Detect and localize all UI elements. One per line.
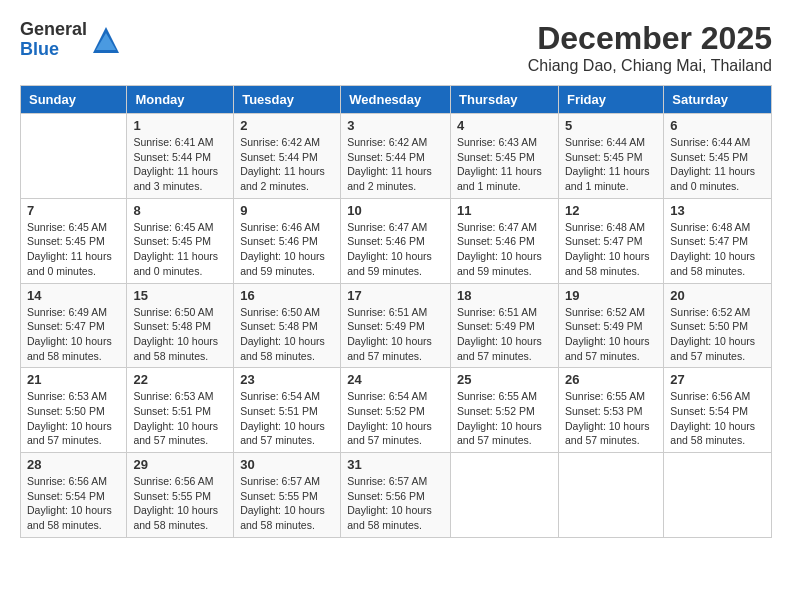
cell-content: Sunrise: 6:42 AMSunset: 5:44 PMDaylight:… xyxy=(240,135,334,194)
calendar-cell: 20Sunrise: 6:52 AMSunset: 5:50 PMDayligh… xyxy=(664,283,772,368)
day-number: 17 xyxy=(347,288,444,303)
day-number: 4 xyxy=(457,118,552,133)
logo-general: General xyxy=(20,20,87,40)
calendar-cell: 15Sunrise: 6:50 AMSunset: 5:48 PMDayligh… xyxy=(127,283,234,368)
cell-content: Sunrise: 6:47 AMSunset: 5:46 PMDaylight:… xyxy=(457,220,552,279)
calendar-cell: 17Sunrise: 6:51 AMSunset: 5:49 PMDayligh… xyxy=(341,283,451,368)
calendar-cell xyxy=(558,453,663,538)
calendar-cell: 24Sunrise: 6:54 AMSunset: 5:52 PMDayligh… xyxy=(341,368,451,453)
cell-content: Sunrise: 6:53 AMSunset: 5:50 PMDaylight:… xyxy=(27,389,120,448)
cell-content: Sunrise: 6:41 AMSunset: 5:44 PMDaylight:… xyxy=(133,135,227,194)
cell-content: Sunrise: 6:57 AMSunset: 5:55 PMDaylight:… xyxy=(240,474,334,533)
day-number: 3 xyxy=(347,118,444,133)
day-header-thursday: Thursday xyxy=(451,86,559,114)
cell-content: Sunrise: 6:52 AMSunset: 5:49 PMDaylight:… xyxy=(565,305,657,364)
cell-content: Sunrise: 6:56 AMSunset: 5:54 PMDaylight:… xyxy=(670,389,765,448)
cell-content: Sunrise: 6:56 AMSunset: 5:54 PMDaylight:… xyxy=(27,474,120,533)
calendar-cell: 25Sunrise: 6:55 AMSunset: 5:52 PMDayligh… xyxy=(451,368,559,453)
day-number: 15 xyxy=(133,288,227,303)
cell-content: Sunrise: 6:57 AMSunset: 5:56 PMDaylight:… xyxy=(347,474,444,533)
week-row-1: 1Sunrise: 6:41 AMSunset: 5:44 PMDaylight… xyxy=(21,114,772,199)
week-row-5: 28Sunrise: 6:56 AMSunset: 5:54 PMDayligh… xyxy=(21,453,772,538)
calendar-cell xyxy=(21,114,127,199)
day-number: 24 xyxy=(347,372,444,387)
calendar-cell: 31Sunrise: 6:57 AMSunset: 5:56 PMDayligh… xyxy=(341,453,451,538)
cell-content: Sunrise: 6:50 AMSunset: 5:48 PMDaylight:… xyxy=(240,305,334,364)
cell-content: Sunrise: 6:49 AMSunset: 5:47 PMDaylight:… xyxy=(27,305,120,364)
day-number: 8 xyxy=(133,203,227,218)
month-title: December 2025 xyxy=(528,20,772,57)
day-header-saturday: Saturday xyxy=(664,86,772,114)
logo-blue: Blue xyxy=(20,40,87,60)
day-number: 19 xyxy=(565,288,657,303)
calendar-cell: 2Sunrise: 6:42 AMSunset: 5:44 PMDaylight… xyxy=(234,114,341,199)
cell-content: Sunrise: 6:43 AMSunset: 5:45 PMDaylight:… xyxy=(457,135,552,194)
week-row-3: 14Sunrise: 6:49 AMSunset: 5:47 PMDayligh… xyxy=(21,283,772,368)
calendar-cell: 11Sunrise: 6:47 AMSunset: 5:46 PMDayligh… xyxy=(451,198,559,283)
calendar-cell: 21Sunrise: 6:53 AMSunset: 5:50 PMDayligh… xyxy=(21,368,127,453)
day-number: 30 xyxy=(240,457,334,472)
calendar-cell: 30Sunrise: 6:57 AMSunset: 5:55 PMDayligh… xyxy=(234,453,341,538)
cell-content: Sunrise: 6:44 AMSunset: 5:45 PMDaylight:… xyxy=(670,135,765,194)
day-header-friday: Friday xyxy=(558,86,663,114)
day-number: 13 xyxy=(670,203,765,218)
day-number: 9 xyxy=(240,203,334,218)
day-number: 5 xyxy=(565,118,657,133)
title-block: December 2025 Chiang Dao, Chiang Mai, Th… xyxy=(528,20,772,75)
location-title: Chiang Dao, Chiang Mai, Thailand xyxy=(528,57,772,75)
day-number: 16 xyxy=(240,288,334,303)
calendar-cell xyxy=(664,453,772,538)
day-number: 23 xyxy=(240,372,334,387)
day-number: 20 xyxy=(670,288,765,303)
day-number: 2 xyxy=(240,118,334,133)
calendar-cell xyxy=(451,453,559,538)
day-number: 27 xyxy=(670,372,765,387)
day-header-monday: Monday xyxy=(127,86,234,114)
cell-content: Sunrise: 6:42 AMSunset: 5:44 PMDaylight:… xyxy=(347,135,444,194)
calendar-cell: 9Sunrise: 6:46 AMSunset: 5:46 PMDaylight… xyxy=(234,198,341,283)
calendar-cell: 13Sunrise: 6:48 AMSunset: 5:47 PMDayligh… xyxy=(664,198,772,283)
cell-content: Sunrise: 6:45 AMSunset: 5:45 PMDaylight:… xyxy=(133,220,227,279)
logo-icon xyxy=(91,25,121,55)
calendar-cell: 4Sunrise: 6:43 AMSunset: 5:45 PMDaylight… xyxy=(451,114,559,199)
day-number: 1 xyxy=(133,118,227,133)
cell-content: Sunrise: 6:48 AMSunset: 5:47 PMDaylight:… xyxy=(565,220,657,279)
logo: General Blue xyxy=(20,20,121,60)
day-number: 10 xyxy=(347,203,444,218)
day-number: 22 xyxy=(133,372,227,387)
calendar-cell: 1Sunrise: 6:41 AMSunset: 5:44 PMDaylight… xyxy=(127,114,234,199)
calendar-cell: 7Sunrise: 6:45 AMSunset: 5:45 PMDaylight… xyxy=(21,198,127,283)
day-number: 26 xyxy=(565,372,657,387)
calendar-cell: 12Sunrise: 6:48 AMSunset: 5:47 PMDayligh… xyxy=(558,198,663,283)
calendar-cell: 16Sunrise: 6:50 AMSunset: 5:48 PMDayligh… xyxy=(234,283,341,368)
cell-content: Sunrise: 6:51 AMSunset: 5:49 PMDaylight:… xyxy=(457,305,552,364)
calendar-cell: 23Sunrise: 6:54 AMSunset: 5:51 PMDayligh… xyxy=(234,368,341,453)
calendar-cell: 6Sunrise: 6:44 AMSunset: 5:45 PMDaylight… xyxy=(664,114,772,199)
calendar-body: 1Sunrise: 6:41 AMSunset: 5:44 PMDaylight… xyxy=(21,114,772,538)
day-number: 11 xyxy=(457,203,552,218)
calendar-cell: 22Sunrise: 6:53 AMSunset: 5:51 PMDayligh… xyxy=(127,368,234,453)
cell-content: Sunrise: 6:44 AMSunset: 5:45 PMDaylight:… xyxy=(565,135,657,194)
calendar-cell: 8Sunrise: 6:45 AMSunset: 5:45 PMDaylight… xyxy=(127,198,234,283)
day-header-wednesday: Wednesday xyxy=(341,86,451,114)
day-number: 29 xyxy=(133,457,227,472)
cell-content: Sunrise: 6:50 AMSunset: 5:48 PMDaylight:… xyxy=(133,305,227,364)
week-row-2: 7Sunrise: 6:45 AMSunset: 5:45 PMDaylight… xyxy=(21,198,772,283)
cell-content: Sunrise: 6:46 AMSunset: 5:46 PMDaylight:… xyxy=(240,220,334,279)
cell-content: Sunrise: 6:45 AMSunset: 5:45 PMDaylight:… xyxy=(27,220,120,279)
calendar-cell: 28Sunrise: 6:56 AMSunset: 5:54 PMDayligh… xyxy=(21,453,127,538)
calendar-cell: 18Sunrise: 6:51 AMSunset: 5:49 PMDayligh… xyxy=(451,283,559,368)
calendar-cell: 3Sunrise: 6:42 AMSunset: 5:44 PMDaylight… xyxy=(341,114,451,199)
cell-content: Sunrise: 6:54 AMSunset: 5:51 PMDaylight:… xyxy=(240,389,334,448)
week-row-4: 21Sunrise: 6:53 AMSunset: 5:50 PMDayligh… xyxy=(21,368,772,453)
days-header-row: SundayMondayTuesdayWednesdayThursdayFrid… xyxy=(21,86,772,114)
cell-content: Sunrise: 6:47 AMSunset: 5:46 PMDaylight:… xyxy=(347,220,444,279)
cell-content: Sunrise: 6:56 AMSunset: 5:55 PMDaylight:… xyxy=(133,474,227,533)
day-number: 21 xyxy=(27,372,120,387)
day-number: 18 xyxy=(457,288,552,303)
calendar-table: SundayMondayTuesdayWednesdayThursdayFrid… xyxy=(20,85,772,538)
calendar-cell: 10Sunrise: 6:47 AMSunset: 5:46 PMDayligh… xyxy=(341,198,451,283)
day-number: 6 xyxy=(670,118,765,133)
cell-content: Sunrise: 6:55 AMSunset: 5:52 PMDaylight:… xyxy=(457,389,552,448)
day-number: 25 xyxy=(457,372,552,387)
